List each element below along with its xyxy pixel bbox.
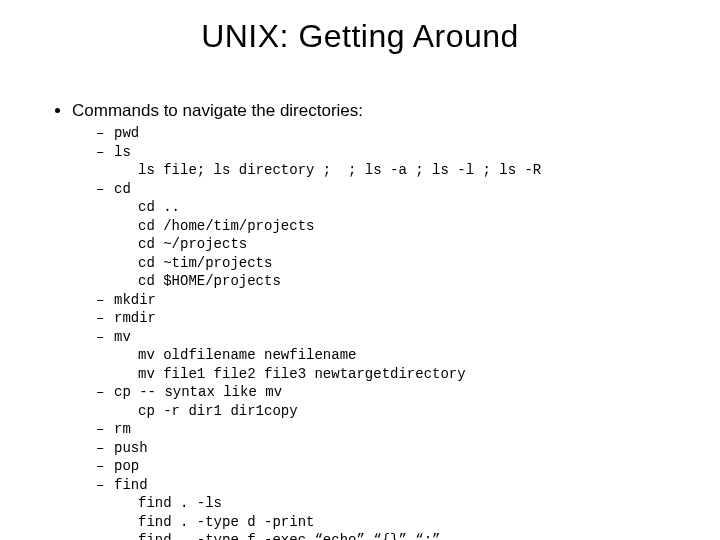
command-item: rm bbox=[96, 421, 680, 439]
command-example: cd $HOME/projects bbox=[138, 273, 680, 291]
slide-title: UNIX: Getting Around bbox=[0, 0, 720, 55]
command-label: cp -- syntax like mv bbox=[114, 384, 282, 400]
command-label: mv bbox=[114, 329, 131, 345]
command-example: mv oldfilename newfilename bbox=[138, 347, 680, 365]
command-label: pwd bbox=[114, 125, 139, 141]
command-label: pop bbox=[114, 458, 139, 474]
command-label: find bbox=[114, 477, 148, 493]
command-example: find . -type d -print bbox=[138, 514, 680, 532]
command-example: mv file1 file2 file3 newtargetdirectory bbox=[138, 366, 680, 384]
command-item: pop bbox=[96, 458, 680, 476]
command-example: ls file; ls directory ; ; ls -a ; ls -l … bbox=[138, 162, 680, 180]
main-bullet: Commands to navigate the directories: pw… bbox=[72, 100, 680, 540]
command-list: pwdlsls file; ls directory ; ; ls -a ; l… bbox=[96, 125, 680, 540]
bullet-list: Commands to navigate the directories: pw… bbox=[54, 100, 680, 540]
command-label: cd bbox=[114, 181, 131, 197]
command-label: rm bbox=[114, 421, 131, 437]
slide: UNIX: Getting Around Commands to navigat… bbox=[0, 0, 720, 540]
command-label: push bbox=[114, 440, 148, 456]
command-example: cd /home/tim/projects bbox=[138, 218, 680, 236]
command-item: cd bbox=[96, 181, 680, 199]
command-item: cp -- syntax like mv bbox=[96, 384, 680, 402]
command-example: find . -type f -exec “echo” “{}” “;” bbox=[138, 532, 680, 540]
command-example: cp -r dir1 dir1copy bbox=[138, 403, 680, 421]
command-item: find bbox=[96, 477, 680, 495]
command-item: push bbox=[96, 440, 680, 458]
command-example: cd ~tim/projects bbox=[138, 255, 680, 273]
command-item: mkdir bbox=[96, 292, 680, 310]
main-bullet-text: Commands to navigate the directories: bbox=[72, 101, 363, 120]
slide-body: Commands to navigate the directories: pw… bbox=[54, 100, 680, 540]
command-item: ls bbox=[96, 144, 680, 162]
command-label: rmdir bbox=[114, 310, 156, 326]
command-example: cd ~/projects bbox=[138, 236, 680, 254]
command-item: rmdir bbox=[96, 310, 680, 328]
command-example: find . -ls bbox=[138, 495, 680, 513]
command-item: pwd bbox=[96, 125, 680, 143]
command-label: mkdir bbox=[114, 292, 156, 308]
command-example: cd .. bbox=[138, 199, 680, 217]
command-item: mv bbox=[96, 329, 680, 347]
command-label: ls bbox=[114, 144, 131, 160]
